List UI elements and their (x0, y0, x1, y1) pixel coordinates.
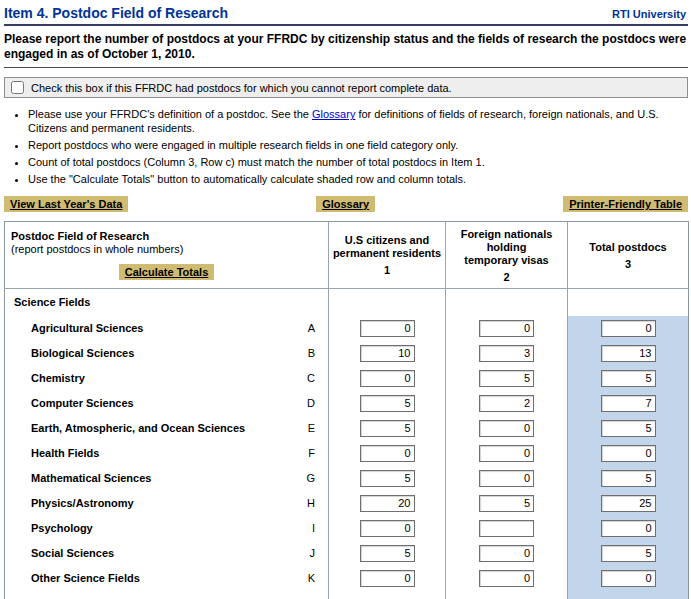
field-label: Chemistry (31, 372, 85, 384)
field-label: Other Science Fields (31, 572, 140, 584)
foreign-input[interactable] (479, 495, 534, 512)
field-label: Physics/Astronomy (31, 497, 134, 509)
field-label: Psychology (31, 522, 93, 534)
total-input[interactable] (601, 495, 656, 512)
toolbar: View Last Year's Data Glossary Printer-F… (4, 196, 688, 212)
empty-cell (446, 289, 568, 316)
printer-friendly-button[interactable]: Printer-Friendly Table (563, 196, 688, 212)
foreign-cell (446, 541, 568, 566)
total-cell (568, 541, 689, 566)
total-input[interactable] (601, 395, 656, 412)
foreign-input[interactable] (479, 320, 534, 337)
instruction-item: Use the "Calculate Totals" button to aut… (28, 172, 688, 186)
instruction-text: Report postdocs who were engaged in mult… (28, 139, 458, 151)
foreign-input[interactable] (479, 345, 534, 362)
total-input[interactable] (601, 370, 656, 387)
total-cell (568, 466, 689, 491)
citizens-input[interactable] (360, 570, 415, 587)
row-letter: E (308, 422, 315, 434)
citizens-input[interactable] (360, 470, 415, 487)
section-label: Science Fields (14, 296, 90, 308)
total-input[interactable] (601, 520, 656, 537)
field-cell: Social Sciences J (5, 541, 329, 566)
page-header: Item 4. Postdoc Field of Research RTI Un… (4, 3, 688, 24)
citizens-input[interactable] (360, 520, 415, 537)
field-cell: Psychology I (5, 516, 329, 541)
table-row: Biological Sciences B (5, 341, 689, 366)
citizens-input[interactable] (360, 420, 415, 437)
empty-cell (568, 289, 689, 316)
total-input[interactable] (601, 570, 656, 587)
foreign-cell (446, 316, 568, 341)
field-label: Agricultural Sciences (31, 322, 144, 334)
citizens-input[interactable] (360, 495, 415, 512)
citizens-input[interactable] (360, 545, 415, 562)
citizens-cell (329, 416, 446, 441)
foreign-input[interactable] (479, 445, 534, 462)
total-input[interactable] (601, 420, 656, 437)
table-row: Health Fields F (5, 441, 689, 466)
field-cell: Agricultural Sciences A (5, 316, 329, 341)
foreign-input[interactable] (479, 395, 534, 412)
citizens-input[interactable] (360, 345, 415, 362)
citizens-input[interactable] (360, 370, 415, 387)
glossary-button[interactable]: Glossary (316, 196, 375, 212)
field-cell: Physics/Astronomy H (5, 491, 329, 516)
field-cell: Other Science Fields K (5, 566, 329, 591)
table-row: Earth, Atmospheric, and Ocean Sciences E (5, 416, 689, 441)
foreign-input[interactable] (479, 470, 534, 487)
intro-divider (4, 67, 688, 68)
column-label: Total postdocs (570, 241, 686, 254)
instruction-item: Report postdocs who were engaged in mult… (28, 138, 688, 152)
instruction-item: Please use your FFRDC's definition of a … (28, 107, 688, 135)
total-cell (568, 566, 689, 591)
column-number: 3 (570, 258, 686, 270)
foreign-input[interactable] (479, 370, 534, 387)
calculate-totals-wrap: Calculate Totals (11, 264, 322, 280)
table-row: Psychology I (5, 516, 689, 541)
total-input[interactable] (601, 545, 656, 562)
citizens-cell (329, 516, 446, 541)
citizens-input[interactable] (360, 395, 415, 412)
column-header-foreign: Foreign nationals holding temporary visa… (446, 222, 568, 289)
instruction-text: Please use your FFRDC's definition of a … (28, 108, 312, 120)
table-header-corner: Postdoc Field of Research (report postdo… (5, 222, 329, 289)
table-header-row: Postdoc Field of Research (report postdo… (5, 222, 689, 289)
total-input[interactable] (601, 320, 656, 337)
row-letter: D (307, 397, 315, 409)
field-cell: Biological Sciences B (5, 341, 329, 366)
row-letter: F (308, 447, 315, 459)
field-label: Health Fields (31, 447, 99, 459)
field-label: Computer Sciences (31, 397, 134, 409)
citizens-input[interactable] (360, 445, 415, 462)
instruction-text: Count of total postdocs (Column 3, Row c… (28, 156, 485, 168)
survey-page: Item 4. Postdoc Field of Research RTI Un… (0, 0, 691, 599)
citizens-cell (329, 566, 446, 591)
foreign-cell (446, 491, 568, 516)
incomplete-data-label: Check this box if this FFRDC had postdoc… (31, 82, 452, 94)
row-letter: J (310, 547, 316, 559)
view-last-year-button[interactable]: View Last Year's Data (4, 196, 128, 212)
table-row: Social Sciences J (5, 541, 689, 566)
total-input[interactable] (601, 470, 656, 487)
glossary-link[interactable]: Glossary (312, 108, 355, 120)
foreign-input[interactable] (479, 420, 534, 437)
empty-cell (329, 289, 446, 316)
total-input[interactable] (601, 345, 656, 362)
field-cell: Chemistry C (5, 366, 329, 391)
foreign-input[interactable] (479, 520, 534, 537)
citizens-input[interactable] (360, 320, 415, 337)
total-cell (568, 441, 689, 466)
total-cell (568, 341, 689, 366)
empty-cell (446, 591, 568, 599)
column-label: Foreign nationals holding temporary visa… (448, 228, 565, 267)
clipped-row (5, 591, 689, 599)
total-input[interactable] (601, 445, 656, 462)
foreign-input[interactable] (479, 545, 534, 562)
field-label: Mathematical Sciences (31, 472, 151, 484)
incomplete-data-checkbox[interactable] (11, 81, 24, 94)
field-cell: Health Fields F (5, 441, 329, 466)
foreign-input[interactable] (479, 570, 534, 587)
calculate-totals-button[interactable]: Calculate Totals (119, 264, 215, 280)
field-cell: Computer Sciences D (5, 391, 329, 416)
